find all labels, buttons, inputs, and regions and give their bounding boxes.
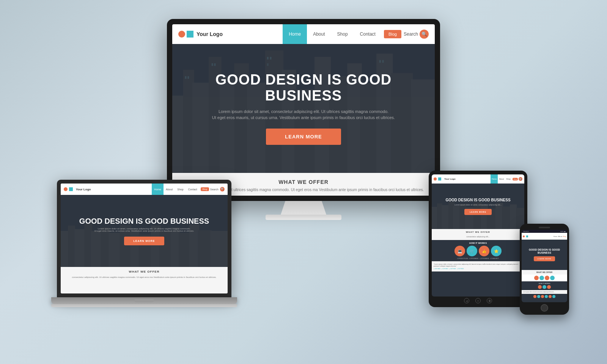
- phone-logo-circle: [523, 235, 525, 237]
- search-icon[interactable]: 🔍: [420, 30, 429, 39]
- laptop-search[interactable]: Search 🔍: [210, 187, 225, 191]
- monitor-hero: GOOD DESIGN IS GOOD BUSINESS Lorem ipsum…: [172, 44, 435, 173]
- phone-logo-square: [526, 235, 528, 237]
- logo-square-icon: [187, 31, 193, 38]
- laptop-nav-about[interactable]: About: [164, 184, 175, 195]
- laptop-feet: [51, 304, 237, 307]
- laptop-nav-home[interactable]: Home: [152, 184, 164, 195]
- phone-status-icons: WiFi ■■: [560, 231, 566, 232]
- nav-contact[interactable]: Contact: [354, 24, 382, 44]
- laptop-logo: Your Logo: [64, 187, 152, 191]
- laptop-logo-text: Your Logo: [76, 188, 91, 191]
- monitor-learn-more-button[interactable]: LEARN MORE: [266, 129, 341, 145]
- monitor-hero-title: GOOD DESIGN IS GOOD BUSINESS: [180, 72, 427, 104]
- logo-circle-icon: [178, 31, 185, 38]
- tablet-how-title: HOW IT WORKS: [434, 242, 522, 244]
- nav-home[interactable]: Home: [283, 24, 307, 44]
- tablet-city: [432, 202, 524, 229]
- tablet-logo-text: Your Logo: [444, 178, 456, 180]
- phone-screen: DEVICE WiFi ■■ Home About Blog: [522, 230, 567, 302]
- phone-nav-about[interactable]: About: [558, 235, 562, 237]
- tablet-home-button[interactable]: ⌂: [475, 298, 481, 303]
- svg-rect-50: [473, 202, 482, 229]
- monitor-logo: Your Logo: [178, 31, 283, 38]
- nav-about[interactable]: About: [307, 24, 331, 44]
- phone-learn-more-button[interactable]: LEARN MORE: [534, 256, 555, 261]
- svg-rect-42: [210, 231, 228, 267]
- phone-home-button[interactable]: [541, 304, 548, 312]
- phone-carrier: DEVICE: [523, 231, 529, 232]
- tablet-icon-1: 💻: [454, 246, 465, 256]
- tablet-nav: Your Logo Home About Shop Blog 🔍: [432, 174, 524, 184]
- svg-rect-25: [382, 60, 384, 63]
- svg-rect-54: [502, 207, 511, 229]
- laptop-blog-button[interactable]: Blog: [201, 187, 209, 191]
- tablet-bottom-nav: ◁ ⌂ ☰: [464, 298, 492, 303]
- laptop-nav-links: Home About Shop Contact Blog Search 🔍: [152, 184, 225, 195]
- svg-rect-21: [267, 57, 269, 60]
- svg-rect-34: [131, 229, 140, 267]
- tablet-how-labels: LOREM IPSUM LOPREMASE LOPREMASE ETIAM AR…: [434, 257, 522, 259]
- tablet-nav-about[interactable]: About: [498, 174, 505, 184]
- phone-offer: WHAT WE OFFER: [522, 270, 567, 275]
- laptop-logo-circle: [64, 187, 68, 191]
- laptop-logo-square: [69, 187, 73, 191]
- tablet-menu-button[interactable]: ☰: [487, 298, 492, 303]
- tablet-quote: "Lorem ipsum dolor sit amet, consectetur…: [432, 261, 524, 271]
- search-area[interactable]: Search 🔍: [404, 30, 429, 39]
- svg-rect-27: [68, 226, 75, 267]
- tablet-hero: GOOD DESIGN IS GOOD BUSINESS Lorem ipsum…: [432, 184, 524, 229]
- tablet-bezel: Your Logo Home About Shop Blog 🔍: [429, 171, 527, 307]
- laptop-nav-shop[interactable]: Shop: [175, 184, 186, 195]
- tablet-search-icon[interactable]: 🔍: [519, 177, 522, 181]
- tablet-screen: Your Logo Home About Shop Blog 🔍: [432, 174, 524, 297]
- laptop-bezel: Your Logo Home About Shop Contact Blog S…: [57, 180, 231, 297]
- svg-rect-44: [437, 204, 442, 229]
- svg-rect-19: [212, 63, 213, 66]
- tablet-how-icons: 💻 🛒 👍 ⭐: [434, 246, 522, 256]
- tablet-stats: ● OUR FANS ● OUR FANS ● OUR FANS ● OUR F…: [434, 268, 522, 270]
- tablet-learn-more-button[interactable]: LEARN MORE: [464, 209, 492, 215]
- phone-footer: [522, 294, 567, 299]
- tablet-nav-shop[interactable]: Shop: [505, 174, 512, 184]
- tablet-logo-square: [438, 177, 441, 180]
- tablet-icon-2: 🛒: [467, 246, 477, 256]
- svg-rect-22: [270, 57, 272, 60]
- monitor-bezel: Your Logo Home About Shop Contact Blog S…: [167, 19, 440, 201]
- tablet-hero-title: GOOD DESIGN IS GOOD BUSINESS: [445, 198, 510, 202]
- laptop-learn-more-button[interactable]: LEARN MORE: [124, 237, 164, 245]
- svg-rect-31: [101, 228, 110, 267]
- monitor-nav-links: Home About Shop Contact Blog Search 🔍: [283, 24, 429, 44]
- svg-rect-30: [91, 231, 102, 267]
- svg-rect-38: [171, 228, 180, 267]
- tablet-hero-subtitle: Lorem ipsum dolor sit amet, consectetur …: [454, 204, 502, 206]
- tablet-back-button[interactable]: ◁: [464, 298, 469, 303]
- laptop-notch: [135, 299, 154, 302]
- laptop-offer-title: WHAT WE OFFER: [64, 270, 225, 273]
- phone-icons-section: [522, 275, 567, 281]
- blog-button[interactable]: Blog: [384, 30, 401, 38]
- phone-offer-title: WHAT WE OFFER: [523, 271, 566, 273]
- monitor-base: [266, 215, 341, 220]
- svg-rect-32: [109, 233, 121, 267]
- svg-rect-55: [510, 204, 517, 229]
- phone-text-section: Lorem ipsum dolor sit amet consectetur a…: [522, 290, 567, 294]
- phone-nav-home[interactable]: Home: [554, 235, 558, 237]
- nav-shop[interactable]: Shop: [331, 24, 354, 44]
- laptop-offer-text: consectetur adipiscing elit. Ut ultrices…: [64, 276, 225, 279]
- tablet-nav-home[interactable]: Home: [491, 174, 498, 184]
- phone-nav-blog[interactable]: Blog: [563, 235, 566, 237]
- svg-rect-24: [379, 60, 381, 63]
- laptop-hero-subtitle: Lorem ipsum dolor sit amet, consectetur …: [94, 228, 194, 232]
- tablet-offer-title: WHAT WE OFFER: [434, 231, 522, 233]
- tablet-offer-text: consectetur adipiscing elit...: [434, 235, 522, 238]
- tablet-device: Your Logo Home About Shop Blog 🔍: [429, 171, 527, 307]
- svg-rect-23: [267, 63, 269, 66]
- tablet-blog-button[interactable]: Blog: [513, 178, 518, 180]
- laptop-search-icon[interactable]: 🔍: [220, 187, 225, 191]
- phone-speaker: [539, 227, 550, 228]
- logo-text: Your Logo: [197, 31, 223, 37]
- scene-container: Your Logo Home About Shop Contact Blog S…: [38, 19, 569, 345]
- phone-nav-links: Home About Blog: [554, 235, 566, 237]
- laptop-nav-contact[interactable]: Contact: [186, 184, 200, 195]
